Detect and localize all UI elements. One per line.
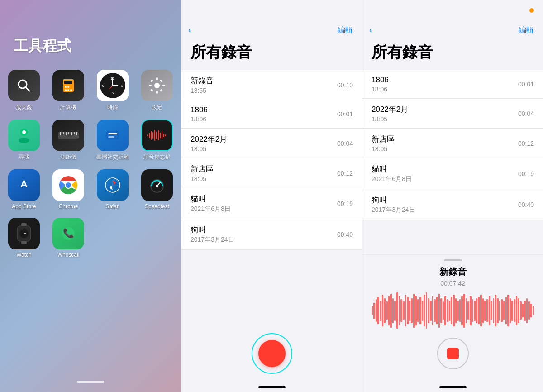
waveform-bar <box>470 296 472 325</box>
detail-recording-name-2: 新店區 <box>372 134 395 144</box>
waveform-bar <box>426 292 428 329</box>
waveform-bar <box>411 298 413 323</box>
recording-duration-4: 00:19 <box>337 200 353 207</box>
detail-recording-duration-3: 00:19 <box>518 170 534 177</box>
edit-button-detail[interactable]: 編輯 <box>519 25 534 35</box>
svg-point-30 <box>19 138 29 143</box>
waveform-bar <box>419 297 421 324</box>
waveform-bar <box>474 301 476 321</box>
recording-date-0: 18:55 <box>191 87 214 94</box>
app-clock[interactable]: 12 6 9 3 時鐘 <box>95 70 131 111</box>
waveform-bar <box>457 301 459 321</box>
app-label-measure: 測距儀 <box>60 153 76 161</box>
detail-recording-item-4[interactable]: 狗叫 2017年3月24日 00:40 <box>362 189 543 220</box>
svg-rect-25 <box>150 79 153 82</box>
app-magnifier[interactable]: 放大鏡 <box>6 70 42 111</box>
recording-duration-3: 00:12 <box>337 170 353 177</box>
voice-memos-list-panel: ‹ 編輯 所有錄音 新錄音 18:55 00:10 1806 18:06 00:… <box>181 0 362 392</box>
detail-recording-date-1: 18:05 <box>372 115 408 123</box>
app-find[interactable]: 尋找 <box>6 120 42 161</box>
panel-detail-heading: 所有錄音 <box>362 40 543 70</box>
svg-rect-42 <box>108 136 114 138</box>
recording-duration-5: 00:40 <box>337 231 353 238</box>
waveform-bar <box>386 301 388 320</box>
back-button[interactable]: ‹ <box>188 25 191 35</box>
app-safari[interactable]: Safari <box>95 169 131 210</box>
detail-recording-name-1: 2022年2月 <box>372 104 408 115</box>
app-chrome[interactable]: Chrome <box>50 169 86 210</box>
recording-name-0: 新錄音 <box>191 76 214 86</box>
home-screen: 工具程式 放大鏡 計算機 <box>0 0 181 392</box>
app-tw-transit[interactable]: 臺灣社交距離 <box>95 120 131 161</box>
waveform-bar <box>528 301 530 320</box>
stop-button[interactable] <box>437 338 469 369</box>
detail-recording-duration-4: 00:40 <box>518 201 534 208</box>
waveform-bar <box>377 297 379 324</box>
app-calculator[interactable]: 計算機 <box>50 70 86 111</box>
waveform-bar <box>443 301 444 320</box>
recording-name-4: 貓叫 <box>191 194 231 204</box>
waveform-bar <box>480 295 482 326</box>
recording-duration-2: 00:04 <box>337 140 353 147</box>
recording-date-1: 18:06 <box>191 115 208 123</box>
waveform-bar <box>380 301 381 321</box>
magnifier-icon <box>8 70 40 101</box>
app-voice-memo[interactable]: 語音備忘錄 <box>139 120 175 161</box>
svg-point-4 <box>65 86 67 88</box>
svg-rect-52 <box>163 134 164 137</box>
safari-icon <box>97 169 129 201</box>
svg-point-31 <box>22 130 26 134</box>
waveform-bar <box>413 294 415 328</box>
recording-item-3[interactable]: 新店區 18:05 00:12 <box>181 158 362 188</box>
svg-point-20 <box>154 83 160 88</box>
detail-recording-name-4: 狗叫 <box>372 195 415 205</box>
app-appstore[interactable]: A App Store <box>6 169 42 210</box>
app-label-find: 尋找 <box>19 153 29 161</box>
svg-rect-53 <box>165 134 166 136</box>
waveform-bar <box>507 295 509 326</box>
recording-item-4[interactable]: 貓叫 2021年6月8日 00:19 <box>181 188 362 219</box>
record-button[interactable] <box>252 333 292 374</box>
waveform-bar <box>516 296 518 325</box>
detail-recordings-list: 1806 18:06 00:01 2022年2月 18:05 00:04 新店區… <box>362 70 543 254</box>
app-watch[interactable]: Watch <box>6 218 42 258</box>
app-label-watch: Watch <box>16 252 32 258</box>
speedtest-icon <box>141 169 173 201</box>
recording-item-5[interactable]: 狗叫 2017年3月24日 00:40 <box>181 219 362 250</box>
app-label-tw-transit: 臺灣社交距離 <box>96 153 129 161</box>
detail-back-button[interactable]: ‹ <box>369 25 372 35</box>
detail-recording-name-3: 貓叫 <box>372 164 412 174</box>
detail-recording-item-2[interactable]: 新店區 18:05 00:12 <box>362 129 543 158</box>
app-speedtest[interactable]: Speedtest <box>139 169 175 210</box>
waveform-bar <box>415 296 417 325</box>
svg-rect-27 <box>160 79 163 82</box>
detail-recording-item-0[interactable]: 1806 18:06 00:01 <box>362 70 543 99</box>
svg-marker-60 <box>110 186 113 190</box>
record-button-area <box>181 324 362 392</box>
svg-point-57 <box>66 182 71 188</box>
app-measure[interactable]: 測距儀 <box>50 120 86 161</box>
detail-recording-item-3[interactable]: 貓叫 2021年6月8日 00:19 <box>362 158 543 189</box>
svg-line-1 <box>25 87 29 91</box>
app-whoscall[interactable]: 📞 Whoscall <box>50 218 86 258</box>
recording-item-1[interactable]: 1806 18:06 00:01 <box>181 100 362 129</box>
edit-button-list[interactable]: 編輯 <box>338 25 353 35</box>
panel-list-nav: ‹ 編輯 <box>181 0 362 40</box>
waveform-bar <box>505 297 507 324</box>
recording-item-2[interactable]: 2022年2月 18:05 00:04 <box>181 129 362 158</box>
waveform-bar <box>382 295 384 326</box>
detail-recording-date-3: 2021年6月8日 <box>372 175 412 183</box>
svg-rect-21 <box>156 77 158 80</box>
detail-recording-item-1[interactable]: 2022年2月 18:05 00:04 <box>362 99 543 129</box>
waveform-bar <box>394 301 396 321</box>
detail-player: 新錄音 00:07.42 <box>362 254 543 392</box>
waveform-bar <box>530 304 532 317</box>
svg-text:9: 9 <box>102 84 105 88</box>
app-settings[interactable]: 設定 <box>139 70 175 111</box>
app-label-appstore: App Store <box>12 203 36 210</box>
recording-item-0[interactable]: 新錄音 18:55 00:10 <box>181 70 362 100</box>
waveform-bar <box>392 298 394 323</box>
svg-rect-49 <box>158 130 159 140</box>
detail-recording-duration-1: 00:04 <box>518 110 534 117</box>
waveform-bar <box>484 301 486 321</box>
